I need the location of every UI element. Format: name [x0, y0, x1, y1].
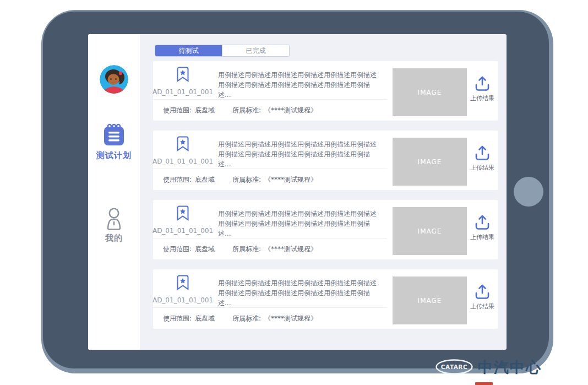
home-button: [514, 177, 543, 207]
catarc-abbr: CATARC: [441, 364, 467, 370]
result-image-placeholder: IMAGE: [393, 207, 467, 255]
sidebar-item-test-plan[interactable]: 测试计划: [96, 122, 132, 161]
tab-bar: 待测试 已完成: [155, 45, 290, 57]
upload-label: 上传结果: [470, 164, 494, 172]
case-id: AD_01_01_01_001: [153, 296, 213, 304]
sidebar-item-label: 我的: [105, 233, 123, 243]
avatar-girl-icon: [100, 65, 128, 94]
upload-icon: [474, 284, 491, 300]
catarc-logo: CATARC 中汽中心: [435, 359, 542, 376]
standard-label: 所属标准:: [232, 314, 261, 322]
user-avatar[interactable]: [100, 65, 128, 94]
upload-icon: [474, 214, 491, 231]
standard-value: 《****测试规程》: [264, 314, 317, 322]
standard-value: 《****测试规程》: [264, 176, 317, 183]
standard-label: 所属标准:: [232, 106, 261, 114]
scope-value: 底盘域: [195, 314, 215, 322]
case-description: 用例描述用例描述用例描述用例描述用例描述用例描述用例描述用例描述用例描述用例描述…: [213, 61, 387, 99]
sidebar-item-mine[interactable]: 我的: [103, 207, 125, 243]
case-description: 用例描述用例描述用例描述用例描述用例描述用例描述用例描述用例描述用例描述用例描述…: [213, 269, 387, 307]
bookmark-icon: [177, 205, 189, 221]
logo-red-mark: [475, 382, 493, 385]
test-case-card: AD_01_01_01_001 用例描述用例描述用例描述用例描述用例描述用例描述…: [153, 269, 498, 329]
upload-result-button[interactable]: 上传结果: [467, 126, 498, 190]
upload-icon: [474, 145, 491, 161]
upload-label: 上传结果: [470, 302, 494, 311]
case-id: AD_01_01_01_001: [153, 158, 213, 165]
result-image-placeholder: IMAGE: [393, 138, 467, 186]
tablet-frame: 测试计划 我的 待测试 已完成: [41, 10, 553, 373]
upload-result-button[interactable]: 上传结果: [467, 265, 498, 329]
upload-icon: [474, 75, 491, 92]
scope-label: 使用范围:: [163, 176, 192, 183]
tab-completed[interactable]: 已完成: [222, 45, 289, 56]
case-id: AD_01_01_01_001: [153, 88, 213, 96]
image-placeholder-text: IMAGE: [418, 297, 442, 305]
notepad-icon: [102, 122, 126, 148]
upload-label: 上传结果: [470, 94, 494, 102]
scope-value: 底盘域: [195, 106, 215, 114]
scope-value: 底盘域: [195, 176, 215, 183]
standard-label: 所属标准:: [232, 176, 261, 183]
scope-label: 使用范围:: [163, 314, 192, 322]
app-screen: 测试计划 我的 待测试 已完成: [88, 34, 507, 350]
standard-value: 《****测试规程》: [264, 106, 317, 114]
standard-label: 所属标准:: [232, 245, 261, 253]
sidebar-item-label: 测试计划: [96, 150, 132, 161]
case-description: 用例描述用例描述用例描述用例描述用例描述用例描述用例描述用例描述用例描述用例描述…: [213, 131, 387, 169]
test-case-card: AD_01_01_01_001 用例描述用例描述用例描述用例描述用例描述用例描述…: [153, 131, 498, 190]
image-placeholder-text: IMAGE: [418, 89, 442, 96]
sidebar: 测试计划 我的: [88, 34, 140, 350]
tab-pending-test[interactable]: 待测试: [155, 45, 222, 56]
result-image-placeholder: IMAGE: [393, 276, 467, 324]
upload-label: 上传结果: [470, 233, 494, 241]
case-description: 用例描述用例描述用例描述用例描述用例描述用例描述用例描述用例描述用例描述用例描述…: [213, 200, 387, 238]
scope-label: 使用范围:: [163, 106, 192, 114]
upload-result-button[interactable]: 上传结果: [467, 57, 498, 121]
standard-value: 《****测试规程》: [264, 245, 317, 253]
bookmark-icon: [177, 67, 189, 82]
image-placeholder-text: IMAGE: [418, 158, 442, 166]
catarc-name: 中汽中心: [478, 359, 542, 376]
test-case-card: AD_01_01_01_001 用例描述用例描述用例描述用例描述用例描述用例描述…: [153, 61, 498, 121]
catarc-ellipse-icon: CATARC: [435, 359, 473, 375]
person-icon: [103, 207, 125, 230]
test-case-card: AD_01_01_01_001 用例描述用例描述用例描述用例描述用例描述用例描述…: [153, 200, 498, 259]
case-id: AD_01_01_01_001: [153, 227, 213, 235]
scope-label: 使用范围:: [163, 245, 192, 253]
bookmark-icon: [177, 136, 189, 151]
upload-result-button[interactable]: 上传结果: [467, 196, 498, 259]
scope-value: 底盘域: [195, 245, 215, 253]
bookmark-icon: [177, 275, 189, 290]
content-area: 待测试 已完成 AD_01_01_01_001: [140, 34, 507, 350]
image-placeholder-text: IMAGE: [418, 227, 442, 235]
result-image-placeholder: IMAGE: [393, 68, 467, 116]
test-case-list: AD_01_01_01_001 用例描述用例描述用例描述用例描述用例描述用例描述…: [153, 61, 498, 329]
